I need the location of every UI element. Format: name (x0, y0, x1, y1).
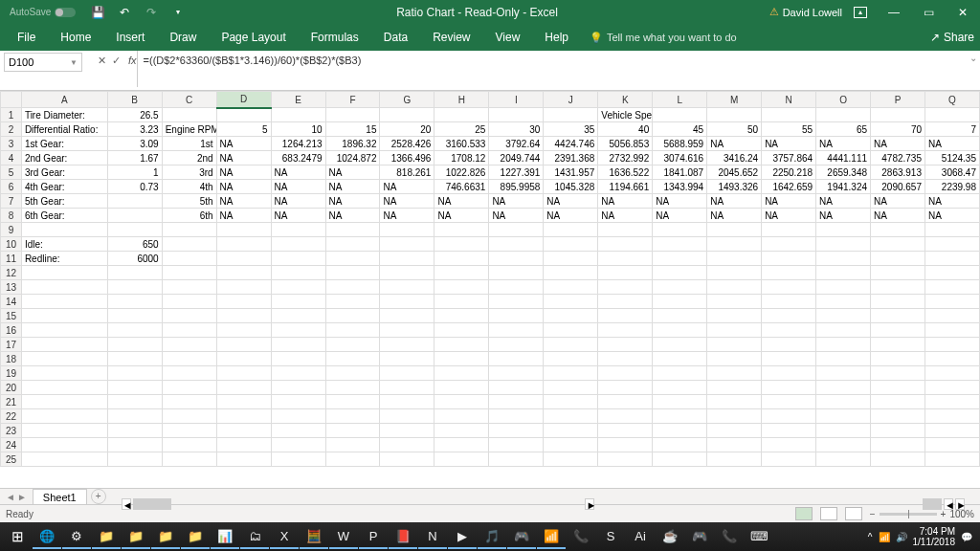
cell[interactable] (653, 108, 707, 122)
cell[interactable]: NA (544, 209, 598, 223)
cell[interactable]: 2863.913 (871, 165, 925, 180)
cell[interactable] (762, 352, 816, 366)
more-icon[interactable]: ▾ (171, 6, 185, 19)
cell[interactable] (762, 266, 816, 280)
taskbar-app[interactable]: X (270, 524, 299, 549)
col-header-A[interactable]: A (21, 92, 107, 108)
cell[interactable] (489, 395, 544, 409)
cell[interactable] (271, 366, 325, 381)
ribbon-options-icon[interactable]: ▴ (854, 7, 867, 18)
cell[interactable] (925, 381, 980, 395)
cell[interactable] (762, 438, 816, 452)
cell[interactable] (107, 194, 162, 209)
cell[interactable]: 2732.992 (598, 151, 653, 165)
cell[interactable] (271, 338, 325, 352)
page-layout-view-button[interactable] (820, 507, 837, 520)
cell[interactable]: NA (707, 137, 762, 151)
cell[interactable] (325, 438, 380, 452)
cell[interactable] (271, 452, 325, 467)
cell[interactable]: 5th (162, 194, 216, 209)
cell[interactable] (653, 295, 707, 309)
taskbar-app[interactable]: 🎵 (478, 524, 506, 549)
taskbar-app[interactable]: 📶 (537, 524, 566, 549)
cell[interactable]: 3rd (162, 165, 216, 180)
cell[interactable] (925, 266, 980, 280)
cell[interactable] (325, 323, 380, 338)
cell[interactable] (21, 266, 107, 280)
taskbar-app[interactable]: ⌨ (745, 524, 773, 549)
cell[interactable] (216, 352, 271, 366)
cell[interactable]: Vehicle Speed (MPH) (598, 108, 653, 122)
cell[interactable] (325, 309, 380, 323)
cell[interactable] (653, 266, 707, 280)
cell[interactable]: 2250.218 (762, 165, 816, 180)
cell[interactable] (380, 438, 434, 452)
taskbar-app[interactable]: 🗂 (240, 524, 269, 549)
cell[interactable] (325, 295, 380, 309)
cell[interactable] (162, 266, 216, 280)
cell[interactable] (707, 352, 762, 366)
cell[interactable] (380, 381, 434, 395)
cell[interactable]: 1636.522 (598, 165, 653, 180)
cell[interactable] (107, 395, 162, 409)
row-header-15[interactable]: 15 (1, 309, 22, 323)
cell[interactable] (107, 280, 162, 295)
cell[interactable] (653, 252, 707, 266)
cell[interactable] (216, 381, 271, 395)
taskbar-app[interactable]: W (329, 524, 358, 549)
autosave-toggle[interactable] (55, 8, 76, 17)
taskbar-app[interactable]: 📞 (715, 524, 744, 549)
cell[interactable] (434, 452, 489, 467)
cell[interactable] (162, 395, 216, 409)
cell[interactable]: 6th (162, 209, 216, 223)
cell[interactable] (544, 424, 598, 438)
cell[interactable] (925, 280, 980, 295)
notification-icon[interactable]: 💬 (961, 532, 972, 542)
cell[interactable] (489, 366, 544, 381)
cell[interactable] (434, 366, 489, 381)
cell[interactable]: 1 (107, 165, 162, 180)
taskbar-app[interactable]: S (596, 524, 625, 549)
cell[interactable] (325, 381, 380, 395)
row-header-21[interactable]: 21 (1, 395, 22, 409)
cell[interactable] (489, 409, 544, 424)
cell[interactable] (434, 237, 489, 252)
cell[interactable] (489, 252, 544, 266)
cell[interactable] (598, 280, 653, 295)
cell[interactable] (325, 237, 380, 252)
redo-icon[interactable]: ↷ (145, 6, 158, 19)
cell[interactable] (325, 223, 380, 237)
maximize-button[interactable]: ▭ (915, 6, 942, 19)
cell[interactable] (544, 352, 598, 366)
cell[interactable]: 1st Gear: (21, 137, 107, 151)
row-header-7[interactable]: 7 (1, 194, 22, 209)
cancel-icon[interactable]: ✕ (98, 55, 106, 67)
cell[interactable] (544, 295, 598, 309)
cell[interactable] (925, 237, 980, 252)
cell[interactable] (325, 452, 380, 467)
cell[interactable] (871, 309, 925, 323)
cell[interactable]: 3074.616 (653, 151, 707, 165)
taskbar-app[interactable]: 📁 (151, 524, 180, 549)
cell[interactable] (816, 438, 871, 452)
cell[interactable] (434, 252, 489, 266)
row-header-25[interactable]: 25 (1, 452, 22, 467)
cell[interactable]: 4424.746 (544, 137, 598, 151)
cell[interactable] (216, 338, 271, 352)
cell[interactable] (544, 452, 598, 467)
cell[interactable] (816, 424, 871, 438)
cell[interactable] (271, 295, 325, 309)
cell[interactable]: 895.9958 (489, 180, 544, 194)
cell[interactable] (544, 280, 598, 295)
row-header-9[interactable]: 9 (1, 223, 22, 237)
cell[interactable] (107, 338, 162, 352)
ribbon-tab-file[interactable]: File (6, 25, 47, 50)
cell[interactable] (162, 295, 216, 309)
cell[interactable]: 70 (871, 122, 925, 137)
cell[interactable]: 2049.744 (489, 151, 544, 165)
cell[interactable] (216, 295, 271, 309)
row-header-22[interactable]: 22 (1, 409, 22, 424)
network-icon[interactable]: 📶 (879, 532, 890, 542)
cell[interactable] (107, 352, 162, 366)
cell[interactable] (434, 108, 489, 122)
